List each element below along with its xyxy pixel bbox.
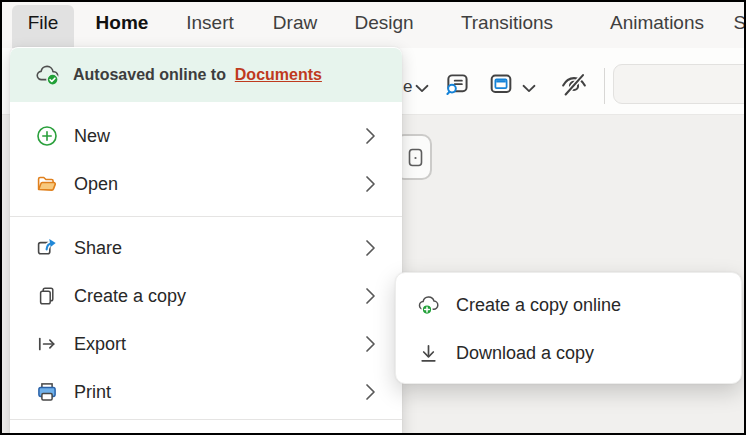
menu-item-create-a-copy[interactable]: Create a copy	[10, 272, 402, 320]
cloud-add-icon	[416, 293, 441, 318]
tab-design[interactable]: Design	[354, 12, 413, 34]
tab-home[interactable]: Home	[96, 12, 149, 34]
menu-item-label: Export	[74, 334, 126, 355]
toolbar-input-field[interactable]	[613, 64, 746, 104]
menu-item-label: Open	[74, 174, 118, 195]
export-arrow-icon	[35, 332, 59, 356]
app-window: File Home Insert Draw Design Transitions…	[0, 0, 746, 435]
tab-file[interactable]: File	[28, 12, 59, 34]
menu-item-label: New	[74, 126, 110, 147]
menu-separator	[10, 216, 402, 217]
cloud-check-icon	[34, 62, 62, 88]
search-document-icon[interactable]	[443, 70, 471, 98]
share-arrow-icon	[35, 236, 59, 260]
menu-item-label: Share	[74, 238, 122, 259]
autosave-banner: Autosaved online to Documents	[10, 48, 402, 102]
submenu-item-create-a-copy-online[interactable]: Create a copy online	[396, 281, 741, 329]
menu-item-label: Print	[74, 382, 111, 403]
chevron-right-icon	[363, 174, 378, 195]
menu-item-print[interactable]: Print	[10, 368, 402, 416]
create-a-copy-submenu: Create a copy online Download a copy	[395, 272, 742, 384]
menu-item-export[interactable]: Export	[10, 320, 402, 368]
new-plus-icon	[35, 124, 59, 148]
chevron-down-icon[interactable]	[414, 83, 430, 94]
chevron-right-icon	[363, 382, 378, 403]
tab-transitions[interactable]: Transitions	[461, 12, 553, 34]
open-folder-icon	[35, 172, 59, 196]
toolbar-divider	[604, 68, 605, 104]
submenu-item-label: Create a copy online	[456, 295, 621, 316]
menu-separator	[10, 419, 402, 420]
chevron-right-icon	[363, 126, 378, 147]
documents-link[interactable]: Documents	[235, 66, 322, 83]
submenu-item-label: Download a copy	[456, 343, 594, 364]
small-frame-icon	[408, 148, 424, 168]
tab-animations[interactable]: Animations	[610, 12, 704, 34]
autosave-text: Autosaved online to Documents	[73, 66, 322, 84]
chevron-right-icon	[363, 334, 378, 355]
menu-item-new[interactable]: New	[10, 112, 402, 160]
download-arrow-icon	[416, 341, 441, 366]
tab-slideshow-truncated[interactable]: Sl	[734, 12, 746, 34]
chevron-right-icon	[363, 238, 378, 259]
menu-item-open[interactable]: Open	[10, 160, 402, 208]
chevron-down-icon[interactable]	[521, 83, 537, 94]
chevron-right-icon	[363, 286, 378, 307]
partial-dropdown-text: e	[403, 77, 412, 97]
file-menu-dropdown: Autosaved online to Documents New Open	[10, 47, 402, 435]
printer-icon	[35, 380, 59, 404]
submenu-item-download-a-copy[interactable]: Download a copy	[396, 329, 741, 377]
menu-item-share[interactable]: Share	[10, 224, 402, 272]
menu-item-label: Create a copy	[74, 286, 186, 307]
layout-window-icon[interactable]	[487, 70, 515, 98]
copy-icon	[35, 284, 59, 308]
tab-draw[interactable]: Draw	[273, 12, 317, 34]
hide-eye-icon[interactable]	[558, 68, 590, 100]
tab-insert[interactable]: Insert	[186, 12, 234, 34]
